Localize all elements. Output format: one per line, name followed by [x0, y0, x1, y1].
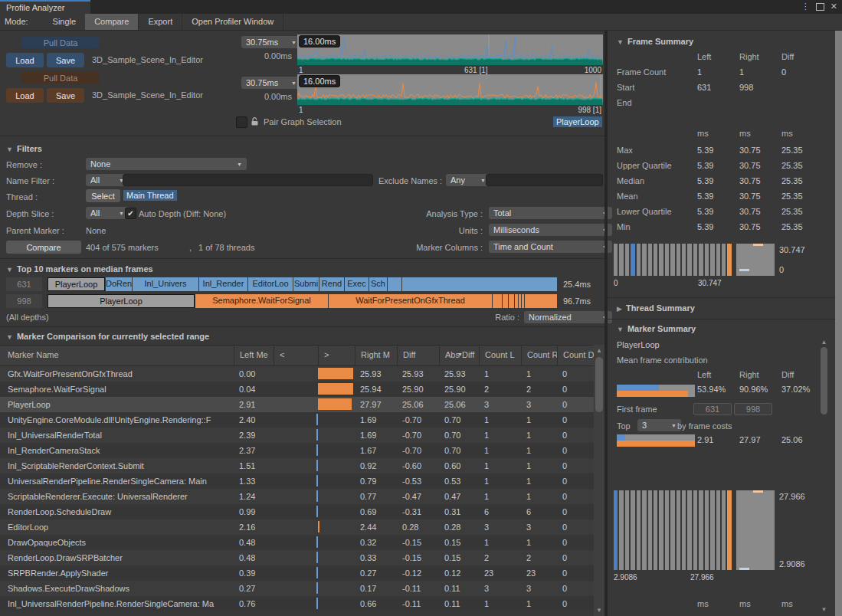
mode-single-button[interactable]: Single [44, 14, 86, 30]
tab-profile-analyzer[interactable]: Profile Analyzer [0, 0, 90, 14]
top10-segment[interactable]: Rend [319, 277, 344, 291]
column-header--[interactable]: > [318, 346, 355, 365]
comparison-row[interactable]: Inl_UniversalRenderPipeline.RenderSingle… [0, 596, 594, 611]
load-button-left[interactable]: Load [6, 53, 44, 67]
comparison-row[interactable]: EditorLoop2.162.440.280.28330 [0, 519, 594, 535]
frame-index-label[interactable]: 631 [6, 277, 42, 291]
column-header-diff[interactable]: Diff [397, 346, 439, 365]
column-header-right-m[interactable]: Right M [355, 346, 397, 365]
comparison-row[interactable]: ScriptableRenderer.Execute: UniversalRen… [0, 489, 594, 504]
top10-segment[interactable] [388, 277, 401, 291]
analysis-type-dropdown[interactable]: Total▼ [489, 207, 612, 219]
mode-compare-button[interactable]: Compare [85, 14, 138, 30]
table-scrollbar[interactable]: ▲ ▼ [594, 345, 604, 616]
close-icon[interactable]: ✕ [831, 2, 837, 11]
frame-summary-header[interactable]: ▼Frame Summary [617, 37, 693, 46]
open-profiler-window-button[interactable]: Open Profiler Window [182, 14, 283, 30]
column-header-count-d[interactable]: Count D [557, 346, 594, 365]
graph-scale-dropdown-right[interactable]: 30.75ms▼ [241, 77, 301, 89]
depth-slice-dropdown[interactable]: All▼ [86, 207, 129, 219]
top10-segment[interactable]: PlayerLoop [48, 277, 105, 291]
auto-depth-checkbox[interactable]: ✔ [125, 208, 136, 219]
top10-segment[interactable]: Inl_Univers [133, 277, 198, 291]
top10-segment[interactable]: Submi [293, 277, 319, 291]
top10-segment[interactable]: DoRenderl [106, 277, 132, 291]
top10-segment[interactable] [402, 277, 557, 291]
cell-right-median: 2.44 [355, 519, 397, 535]
top10-segment[interactable]: Semaphore.WaitForSignal [195, 294, 328, 308]
pull-data-button-left[interactable]: Pull Data [21, 37, 100, 48]
column-header-count-l[interactable]: Count L [479, 346, 521, 365]
top10-segment[interactable] [525, 294, 557, 308]
export-button[interactable]: Export [139, 14, 182, 30]
marker-comparison-header[interactable]: ▼Marker Comparison for currently selecte… [6, 332, 209, 341]
top10-segment[interactable]: Exec [345, 277, 369, 291]
comparison-row[interactable]: Inl_ScriptableRenderContext.Submit1.510.… [0, 458, 594, 473]
comparison-row[interactable]: SRPBRender.ApplyShader0.390.27-0.120.122… [0, 565, 594, 581]
ratio-dropdown[interactable]: Normalized▼ [524, 311, 612, 323]
diff-bar-positive [318, 383, 353, 395]
exclude-mode-dropdown[interactable]: Any▼ [446, 174, 490, 186]
top10-segment[interactable] [509, 294, 514, 308]
load-button-right[interactable]: Load [6, 88, 44, 103]
save-button-left[interactable]: Save [47, 53, 84, 67]
comparison-row[interactable]: Shadows.ExecuteDrawShadows0.270.17-0.110… [0, 581, 594, 596]
first-frame-left-button[interactable]: 631 [693, 403, 732, 415]
compare-button[interactable]: Compare [6, 241, 81, 254]
exclude-names-input[interactable] [486, 174, 603, 186]
marker-summary-header[interactable]: ▼Marker Summary [617, 324, 696, 333]
pull-data-button-right[interactable]: Pull Data [21, 72, 100, 84]
remove-dropdown[interactable]: None▼ [86, 158, 247, 170]
column-header-marker-name[interactable]: Marker Name [0, 346, 234, 365]
marker-summary-histogram [614, 490, 732, 570]
scroll-up-icon[interactable]: ▲ [594, 347, 604, 354]
top10-segment[interactable]: EditorLoo [248, 277, 293, 291]
column-header--[interactable]: < [274, 346, 318, 365]
kebab-menu-icon[interactable]: ⋮ [801, 2, 810, 11]
maximize-icon[interactable] [816, 3, 824, 11]
top10-header[interactable]: ▼Top 10 markers on median frames [6, 264, 153, 274]
comparison-row[interactable]: Inl_RenderCameraStack2.371.67-0.700.7011… [0, 443, 594, 458]
column-header-count-r[interactable]: Count R [521, 346, 557, 365]
comparison-row[interactable]: DrawOpaqueObjects0.480.32-0.150.15110 [0, 535, 594, 550]
scroll-up-icon[interactable]: ▲ [820, 339, 828, 346]
graph-scale-dropdown-left[interactable]: 30.75ms▼ [241, 36, 301, 48]
top10-segment[interactable]: PlayerLoop [48, 294, 195, 308]
comparison-row[interactable]: RenderLoop.ScheduleDraw0.990.69-0.310.31… [0, 504, 594, 519]
window-scrollbar[interactable] [835, 31, 842, 616]
first-frame-right-button[interactable]: 998 [734, 403, 772, 415]
comparison-row[interactable]: PlayerLoop2.9127.9725.0625.06330 [0, 397, 594, 412]
filters-header[interactable]: ▼Filters [6, 144, 42, 153]
pair-graph-selection-checkbox[interactable] [236, 116, 247, 128]
top10-segment[interactable] [503, 294, 508, 308]
thread-summary-header[interactable]: ▶Thread Summary [617, 303, 695, 313]
comparison-row[interactable]: RenderLoop.DrawSRPBatcher0.480.33-0.150.… [0, 550, 594, 565]
comparison-row[interactable]: Gfx.WaitForPresentOnGfxThread0.0025.9325… [0, 366, 594, 382]
comparison-row[interactable]: Semaphore.WaitForSignal0.0425.9425.9025.… [0, 382, 594, 397]
frame-graph-right[interactable]: 16.00ms [297, 74, 603, 105]
top10-segment[interactable]: Sch [369, 277, 387, 291]
comparison-row[interactable]: Inl_UniversalRenderTotal2.391.69-0.700.7… [0, 428, 594, 443]
top10-segment[interactable]: WaitForPresentOnGfxThread [329, 294, 492, 308]
top10-segment[interactable] [522, 294, 524, 308]
top10-segment[interactable] [519, 294, 521, 308]
column-header-left-me[interactable]: Left Me [234, 346, 274, 365]
thread-select-button[interactable]: Select [86, 189, 120, 202]
column-header-abs-diff[interactable]: Abs Diff▼ [439, 346, 479, 365]
frame-graph-left[interactable]: 16.00ms [297, 34, 603, 65]
comparison-row[interactable]: UniversalRenderPipeline.RenderSingleCame… [0, 473, 594, 489]
cell-count-left: 6 [479, 504, 521, 519]
top10-segment[interactable]: Inl_Render [199, 277, 247, 291]
top-n-dropdown[interactable]: 3▼ [637, 419, 681, 431]
histogram-bar [722, 490, 726, 570]
save-button-right[interactable]: Save [47, 88, 84, 103]
marker-columns-dropdown[interactable]: Time and Count▼ [489, 241, 612, 253]
scroll-down-icon[interactable]: ▼ [594, 607, 604, 614]
top10-segment[interactable] [515, 294, 518, 308]
top10-segment[interactable] [493, 294, 502, 308]
frame-index-label[interactable]: 998 [6, 294, 42, 308]
comparison-row[interactable]: UnityEngine.CoreModule.dll!UnityEngine.R… [0, 412, 594, 428]
table-scrollbar-thumb[interactable] [595, 357, 603, 412]
units-dropdown[interactable]: Milliseconds▼ [489, 224, 612, 236]
name-filter-input[interactable] [123, 174, 373, 186]
